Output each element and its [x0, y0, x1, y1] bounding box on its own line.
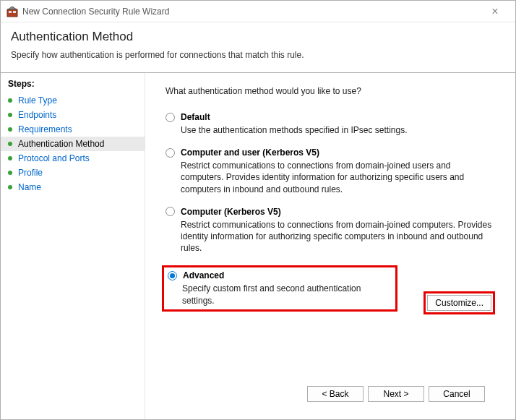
customize-button[interactable]: Customize...: [427, 295, 491, 311]
back-button[interactable]: < Back: [307, 386, 364, 402]
cancel-button[interactable]: Cancel: [429, 386, 485, 402]
option-computer-user[interactable]: Computer and user (Kerberos V5) Restrict…: [165, 147, 495, 195]
svg-point-5: [8, 127, 12, 132]
bullet-icon: [7, 140, 14, 147]
step-label: Name: [18, 182, 41, 192]
svg-point-4: [8, 113, 12, 117]
steps-sidebar: Steps: Rule Type Endpoints Requirements …: [1, 73, 145, 419]
wizard-footer: < Back Next > Cancel: [165, 376, 495, 412]
bullet-icon: [7, 97, 14, 104]
step-rule-type[interactable]: Rule Type: [1, 93, 145, 108]
option-desc: Specify custom first and second authenti…: [182, 283, 392, 306]
option-label: Computer (Kerberos V5): [181, 207, 281, 217]
radio-icon[interactable]: [165, 113, 175, 122]
svg-point-8: [8, 171, 12, 175]
svg-point-7: [8, 156, 12, 160]
option-label: Computer and user (Kerberos V5): [181, 147, 319, 158]
option-advanced[interactable]: Advanced Specify custom first and second…: [167, 270, 392, 306]
wizard-body: Steps: Rule Type Endpoints Requirements …: [1, 72, 515, 419]
page-subtitle: Specify how authentication is performed …: [11, 50, 505, 60]
step-label: Profile: [18, 168, 43, 178]
option-label: Advanced: [183, 270, 224, 280]
step-protocol-ports[interactable]: Protocol and Ports: [1, 151, 145, 166]
bullet-icon: [7, 184, 14, 191]
next-button[interactable]: Next >: [368, 386, 424, 402]
app-icon: [7, 6, 18, 17]
wizard-header: Authentication Method Specify how authen…: [1, 22, 515, 72]
step-requirements[interactable]: Requirements: [1, 122, 145, 137]
option-default[interactable]: Default Use the authentication methods s…: [165, 112, 495, 136]
content-area: What authentication method would you lik…: [145, 73, 515, 419]
page-title: Authentication Method: [11, 30, 505, 44]
radio-icon[interactable]: [168, 271, 177, 280]
bullet-icon: [7, 155, 14, 162]
option-desc: Restrict communications to connections f…: [181, 160, 495, 195]
step-label: Rule Type: [18, 95, 57, 106]
option-computer[interactable]: Computer (Kerberos V5) Restrict communic…: [165, 207, 495, 254]
titlebar: New Connection Security Rule Wizard ×: [1, 1, 515, 22]
svg-point-6: [8, 142, 12, 146]
bullet-icon: [7, 111, 14, 119]
bullet-icon: [7, 169, 14, 176]
window-title: New Connection Security Rule Wizard: [22, 7, 481, 17]
wizard-window: New Connection Security Rule Wizard × Au…: [0, 0, 516, 420]
highlight-customize: Customize...: [423, 291, 495, 314]
option-desc: Use the authentication methods specified…: [181, 124, 495, 136]
step-label: Protocol and Ports: [18, 153, 90, 163]
svg-point-3: [8, 98, 12, 103]
radio-icon[interactable]: [165, 207, 175, 216]
svg-point-9: [8, 185, 12, 189]
step-endpoints[interactable]: Endpoints: [1, 108, 145, 122]
highlight-advanced: Advanced Specify custom first and second…: [162, 265, 397, 311]
close-icon[interactable]: ×: [481, 5, 509, 18]
option-desc: Restrict communications to connections f…: [181, 219, 495, 254]
option-label: Default: [181, 112, 210, 122]
step-label: Endpoints: [18, 110, 56, 120]
bullet-icon: [7, 126, 14, 133]
step-profile[interactable]: Profile: [1, 166, 145, 180]
steps-label: Steps:: [1, 79, 145, 93]
step-label: Requirements: [18, 124, 72, 134]
svg-rect-1: [9, 11, 12, 13]
step-name[interactable]: Name: [1, 180, 145, 194]
radio-icon[interactable]: [165, 148, 175, 158]
question-text: What authentication method would you lik…: [165, 86, 495, 96]
step-label: Authentication Method: [18, 139, 104, 149]
step-authentication-method[interactable]: Authentication Method: [1, 137, 145, 151]
svg-rect-2: [13, 11, 16, 13]
